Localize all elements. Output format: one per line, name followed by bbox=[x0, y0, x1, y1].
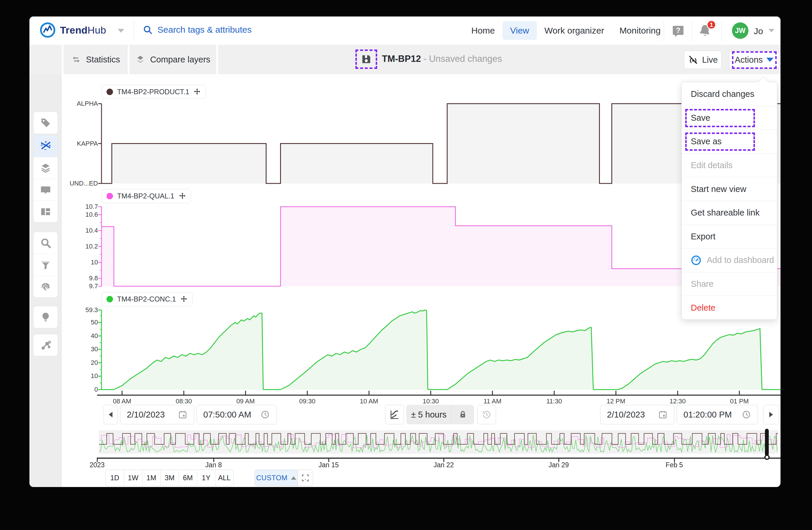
start-time-field[interactable]: 07:50:00 AM bbox=[197, 405, 277, 424]
context-slider-knob[interactable] bbox=[764, 455, 770, 460]
notifications-button[interactable]: 1 bbox=[698, 24, 712, 38]
user-menu-caret-icon[interactable] bbox=[768, 29, 774, 32]
zoom-3m[interactable]: 3M bbox=[160, 470, 178, 486]
pan-right-button[interactable] bbox=[763, 405, 779, 424]
trend-mode-icon bbox=[389, 409, 400, 420]
trendhub-window: TrendHub Search tags & attributes Home V… bbox=[29, 16, 781, 487]
chart-type-button[interactable] bbox=[385, 405, 404, 424]
y-axis-tick-label: 9.7 bbox=[65, 282, 98, 290]
legend-pill-product[interactable]: TM4-BP2-PRODUCT.1 bbox=[102, 85, 206, 99]
x-axis-tick-label: 11:30 bbox=[534, 398, 575, 405]
zoom-1w[interactable]: 1W bbox=[124, 470, 142, 486]
graph-nodes-icon bbox=[40, 339, 52, 351]
sidebar-item-tags[interactable] bbox=[33, 112, 58, 134]
svg-text:?: ? bbox=[676, 26, 680, 34]
series-color-dot bbox=[106, 296, 113, 303]
custom-range-button[interactable]: CUSTOM bbox=[255, 470, 298, 486]
search-bar[interactable]: Search tags & attributes bbox=[143, 25, 251, 35]
menu-share: Share bbox=[682, 272, 777, 296]
context-slider-handle[interactable] bbox=[765, 429, 769, 456]
actions-caret-icon bbox=[766, 58, 773, 62]
caret-right-icon bbox=[768, 412, 774, 418]
timeline-label: Jan 15 bbox=[308, 461, 349, 469]
y-axis-tick-label: 10.4 bbox=[65, 227, 98, 234]
sidebar-item-recommendations[interactable] bbox=[33, 306, 58, 328]
start-date-field[interactable]: 2/10/2023 bbox=[120, 405, 194, 424]
menu-start-new-view[interactable]: Start new view bbox=[682, 177, 777, 201]
fit-range-icon bbox=[301, 473, 310, 482]
sidebar-item-context-graph[interactable] bbox=[33, 334, 58, 356]
duration-value: ± 5 hours bbox=[406, 410, 451, 420]
move-icon[interactable] bbox=[178, 192, 186, 200]
nav-work-organizer[interactable]: Work organizer bbox=[537, 22, 612, 40]
actions-button[interactable]: Actions bbox=[729, 51, 779, 69]
dashboard-grid-icon bbox=[40, 206, 52, 218]
duration-lock-button[interactable] bbox=[451, 405, 474, 424]
zoom-presets: 1D 1W 1M 3M 6M 1Y ALL bbox=[105, 470, 234, 486]
duration-control[interactable]: ± 5 hours bbox=[406, 405, 474, 424]
calendar-icon bbox=[178, 410, 187, 419]
tag-icon bbox=[40, 117, 52, 129]
menu-delete[interactable]: Delete bbox=[682, 296, 777, 320]
zoom-all[interactable]: ALL bbox=[215, 470, 233, 486]
legend-pill-qual[interactable]: TM4-BP2-QUAL.1 bbox=[102, 189, 191, 203]
move-icon[interactable] bbox=[180, 295, 188, 303]
live-off-icon bbox=[688, 55, 698, 65]
y-axis-tick-label: 50 bbox=[65, 319, 98, 326]
series-label: TM4-BP2-QUAL.1 bbox=[117, 192, 174, 200]
legend-pill-conc[interactable]: TM4-BP2-CONC.1 bbox=[102, 292, 193, 306]
x-axis-tick-label: 10:30 bbox=[410, 398, 451, 405]
compare-layers-button[interactable]: Compare layers bbox=[129, 45, 216, 74]
lock-icon bbox=[458, 410, 467, 419]
actions-label: Actions bbox=[735, 55, 763, 65]
user-name: Jo bbox=[754, 26, 763, 36]
zoom-1m[interactable]: 1M bbox=[142, 470, 160, 486]
nav-view[interactable]: View bbox=[503, 22, 537, 40]
context-overview-strip[interactable] bbox=[99, 431, 778, 454]
zoom-6m[interactable]: 6M bbox=[178, 470, 197, 486]
menu-save-as[interactable]: Save as bbox=[682, 129, 777, 153]
save-icon[interactable] bbox=[360, 53, 372, 65]
timeline-label: Jan 22 bbox=[423, 461, 464, 469]
sidebar-item-layers[interactable] bbox=[33, 157, 58, 179]
live-button[interactable]: Live bbox=[684, 51, 722, 69]
sidebar-item-calculations[interactable]: +÷×− bbox=[33, 135, 58, 157]
nav-monitoring[interactable]: Monitoring bbox=[612, 22, 668, 40]
menu-save[interactable]: Save bbox=[682, 106, 777, 130]
brand-text: TrendHub bbox=[60, 25, 106, 36]
timeline-label: Jan 29 bbox=[538, 461, 579, 469]
zoom-1d[interactable]: 1D bbox=[106, 470, 124, 486]
header-divider bbox=[721, 20, 722, 41]
calendar-icon bbox=[658, 410, 668, 419]
x-axis-tick-label: 11 AM bbox=[472, 398, 513, 405]
sidebar-item-comments[interactable] bbox=[33, 179, 58, 200]
sidebar-item-search[interactable] bbox=[33, 232, 58, 254]
statistics-label: Statistics bbox=[86, 55, 120, 65]
nav-home[interactable]: Home bbox=[464, 22, 503, 40]
svg-text:×: × bbox=[48, 143, 51, 148]
trendhub-logo[interactable]: TrendHub bbox=[40, 22, 106, 38]
sidebar-item-filter[interactable] bbox=[33, 254, 58, 276]
history-button[interactable] bbox=[477, 405, 496, 424]
zoom-1y[interactable]: 1Y bbox=[197, 470, 215, 486]
end-date-field[interactable]: 2/10/2023 bbox=[600, 405, 674, 424]
avatar[interactable]: JW bbox=[732, 23, 749, 39]
fit-range-button[interactable] bbox=[298, 470, 313, 486]
sidebar-item-dashboard[interactable] bbox=[33, 200, 58, 222]
tool-sidebar: +÷×− bbox=[29, 74, 62, 487]
menu-export[interactable]: Export bbox=[682, 225, 777, 249]
statistics-button[interactable]: Statistics bbox=[63, 45, 128, 74]
pan-left-button[interactable] bbox=[104, 405, 118, 424]
move-icon[interactable] bbox=[193, 88, 201, 96]
end-time-field[interactable]: 01:20:00 PM bbox=[677, 405, 758, 424]
save-highlight-box bbox=[356, 50, 377, 69]
menu-get-shareable-link[interactable]: Get shareable link bbox=[682, 201, 777, 225]
workspace-caret-icon[interactable] bbox=[118, 29, 124, 33]
help-button[interactable]: ? bbox=[671, 24, 685, 38]
y-axis-tick-label: 10 bbox=[65, 372, 98, 380]
top-header: TrendHub Search tags & attributes Home V… bbox=[29, 16, 781, 45]
compare-layers-label: Compare layers bbox=[150, 55, 211, 65]
timeline-axis bbox=[97, 458, 781, 459]
sidebar-item-fingerprint[interactable] bbox=[33, 276, 58, 297]
y-axis-tick-label: 10.7 bbox=[65, 203, 98, 210]
